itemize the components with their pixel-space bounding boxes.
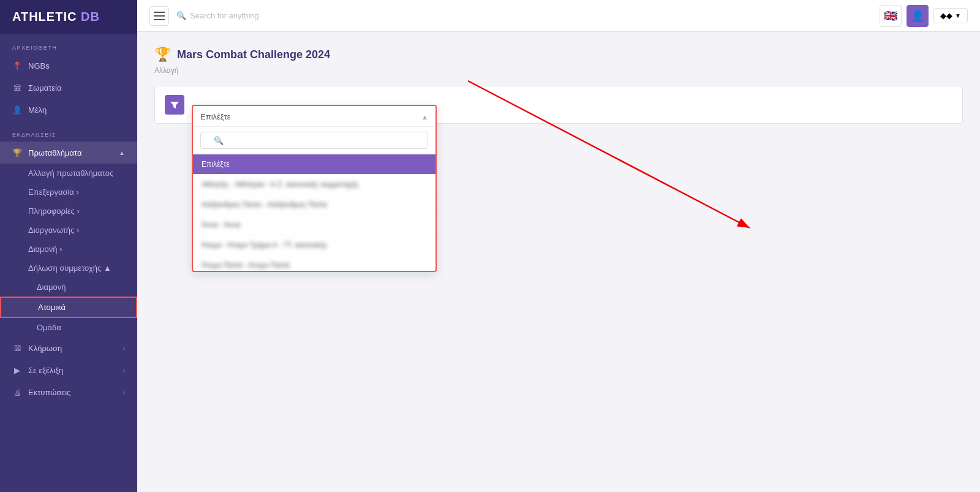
logo-athletic: ATHLETIC <box>12 10 77 23</box>
settings-dropdown[interactable]: ◆◆ ▼ <box>933 8 968 23</box>
menu-line-2 <box>154 15 165 17</box>
sidebar: ATHLETIC DB ΑΡΧΕΙΟΘΕΤΗ 📍 NGBs 🏛 Σωματεία… <box>0 0 137 492</box>
dropdown-option-3[interactable]: Άννα - Άννα <box>193 215 435 235</box>
option-label-1: Αθλητής - Αθλήτρια - Α.Σ. κανονικής συμμ… <box>202 180 359 189</box>
dropdown-option-5[interactable]: Άτομο Παπά - Άτομο Παπά <box>193 255 435 271</box>
sub-label-organizer: Διοργανωτής <box>28 225 74 235</box>
chevron-up-icon-decl: ▲ <box>104 263 111 273</box>
sidebar-item-inprogress[interactable]: ▶ Σε εξέλιξη › <box>0 359 137 381</box>
chevron-right-prog: › <box>123 367 125 374</box>
chevron-down-settings: ▼ <box>955 12 961 19</box>
sidebar-label-klirosi: Κλήρωση <box>28 344 62 353</box>
chevron-right-icon: › <box>77 187 79 197</box>
option-label-4: Άτομο - Άτομο Τμήμα Α - 7Τ. κανονικής <box>202 241 327 249</box>
sidebar-sub-stay[interactable]: Διαμονή › <box>0 240 137 259</box>
dropdown-option-4[interactable]: Άτομο - Άτομο Τμήμα Α - 7Τ. κανονικής <box>193 235 435 255</box>
option-label-5: Άτομο Παπά - Άτομο Παπά <box>202 261 290 270</box>
section-label-archive: ΑΡΧΕΙΟΘΕΤΗ <box>0 34 137 55</box>
sidebar-label-clubs: Σωματεία <box>28 83 62 93</box>
sidebar-label-members: Μέλη <box>28 105 47 115</box>
chevron-right-klirosi: › <box>123 345 125 352</box>
sub-label-atomika: Ατομικά <box>38 303 66 312</box>
chevron-up-dropdown: ▲ <box>421 113 428 121</box>
filter-icon <box>165 95 184 115</box>
diamond-icon: ◆◆ <box>940 11 952 20</box>
sidebar-sub-info[interactable]: Πληροφορίες › <box>0 202 137 221</box>
dropdown-option-select[interactable]: Επιλέξτε <box>193 154 435 175</box>
option-label-select: Επιλέξτε <box>202 160 230 168</box>
sub-label-declaration: Δήλωση συμμετοχής <box>28 263 101 273</box>
menu-line-3 <box>154 19 165 20</box>
sub-label-omada: Ομάδα <box>37 323 61 332</box>
sub-label-stay: Διαμονή <box>28 244 58 254</box>
sidebar-item-prints[interactable]: 🖨 Εκτυπώσεις › <box>0 381 137 403</box>
chevron-right-icon-org: › <box>77 225 79 235</box>
sub-label-stay2: Διαμονή <box>37 282 66 292</box>
sidebar-item-members[interactable]: 👤 Μέλη <box>0 99 137 121</box>
sub-label-change: Αλλαγή πρωταθλήματος <box>28 168 113 178</box>
dropdown-label: Επιλέξτε <box>200 112 231 121</box>
sidebar-sub-declaration[interactable]: Δήλωση συμμετοχής ▲ <box>0 259 137 278</box>
sidebar-label-championships: Πρωταθλήματα <box>28 148 81 157</box>
header: 🔍 Search for anything 🇬🇧 👤 ◆◆ ▼ <box>137 0 980 32</box>
sidebar-sub-omada[interactable]: Ομάδα <box>0 318 137 337</box>
dropdown-search-area: 🔍 <box>193 127 435 154</box>
sidebar-sub-atomika[interactable]: Ατομικά <box>0 297 137 318</box>
sidebar-label-prints: Εκτυπώσεις <box>28 388 70 397</box>
filter-bar: Επιλέξτε ▲ 🔍 Επιλέξτε <box>154 86 963 124</box>
trophy-icon: 🏆 <box>12 148 22 157</box>
sidebar-label-ngbs: NGBs <box>28 61 50 70</box>
dropdown-option-2[interactable]: Αλέξανδρος Παπα - Αλέξανδρος Παπα <box>193 195 435 215</box>
print-icon: 🖨 <box>12 387 22 397</box>
search-wrap: 🔍 <box>200 132 428 149</box>
hamburger-button[interactable] <box>149 6 169 26</box>
person-icon: 👤 <box>12 105 22 115</box>
page-header: 🏆 Mars Combat Challenge 2024 <box>154 47 963 62</box>
flag-button[interactable]: 🇬🇧 <box>880 5 902 27</box>
option-label-2: Αλέξανδρος Παπα - Αλέξανδρος Παπα <box>202 200 327 209</box>
page-subtitle: Αλλαγή <box>154 66 963 75</box>
sidebar-sub-edit[interactable]: Επεξεργασία › <box>0 183 137 202</box>
location-icon: 📍 <box>12 61 22 70</box>
sidebar-label-inprogress: Σε εξέλιξη <box>28 366 63 375</box>
sidebar-sub-stay2[interactable]: Διαμονή <box>0 278 137 297</box>
sidebar-sub-change[interactable]: Αλλαγή πρωταθλήματος <box>0 164 137 183</box>
chevron-up-icon: ▲ <box>119 149 125 156</box>
building-icon: 🏛 <box>12 83 22 93</box>
klirosi-icon: ⚄ <box>12 343 22 353</box>
chevron-right-icon-stay: › <box>59 244 62 254</box>
page-content: 🏆 Mars Combat Challenge 2024 Αλλαγή Επιλ… <box>137 32 980 492</box>
page-trophy-icon: 🏆 <box>154 47 171 62</box>
sidebar-item-klirosi[interactable]: ⚄ Κλήρωση › <box>0 337 137 359</box>
option-label-3: Άννα - Άννα <box>202 221 240 229</box>
dropdown-panel: Επιλέξτε ▲ 🔍 Επιλέξτε <box>192 105 437 272</box>
dropdown-search-input[interactable] <box>200 132 428 149</box>
section-label-events: ΕΚΔΗΛΩΣΕΙΣ <box>0 121 137 142</box>
sidebar-item-clubs[interactable]: 🏛 Σωματεία <box>0 77 137 99</box>
user-button[interactable]: 👤 <box>907 5 929 27</box>
dropdown-header: Επιλέξτε ▲ <box>193 106 435 127</box>
header-icons: 🇬🇧 👤 ◆◆ ▼ <box>880 5 968 27</box>
menu-line-1 <box>154 12 165 13</box>
sub-label-info: Πληροφορίες <box>28 206 75 216</box>
sub-label-edit: Επεξεργασία <box>28 187 74 197</box>
main-content: 🔍 Search for anything 🇬🇧 👤 ◆◆ ▼ 🏆 Mars C… <box>137 0 980 492</box>
inprogress-icon: ▶ <box>12 365 22 375</box>
page-title: Mars Combat Challenge 2024 <box>177 48 330 61</box>
sidebar-sub-organizer[interactable]: Διοργανωτής › <box>0 221 137 240</box>
sidebar-item-championships[interactable]: 🏆 Πρωταθλήματα ▲ <box>0 142 137 164</box>
app-logo: ATHLETIC DB <box>0 0 137 34</box>
search-bar[interactable]: 🔍 Search for anything <box>176 11 872 20</box>
chevron-right-print: › <box>123 389 125 396</box>
search-placeholder: Search for anything <box>190 11 259 20</box>
dropdown-options: Επιλέξτε Αθλητής - Αθλήτρια - Α.Σ. κανον… <box>193 154 435 271</box>
logo-db: DB <box>81 10 100 23</box>
chevron-right-icon-info: › <box>77 206 79 216</box>
sidebar-item-ngbs[interactable]: 📍 NGBs <box>0 55 137 77</box>
search-icon: 🔍 <box>176 11 186 20</box>
dropdown-option-1[interactable]: Αθλητής - Αθλήτρια - Α.Σ. κανονικής συμμ… <box>193 175 435 195</box>
